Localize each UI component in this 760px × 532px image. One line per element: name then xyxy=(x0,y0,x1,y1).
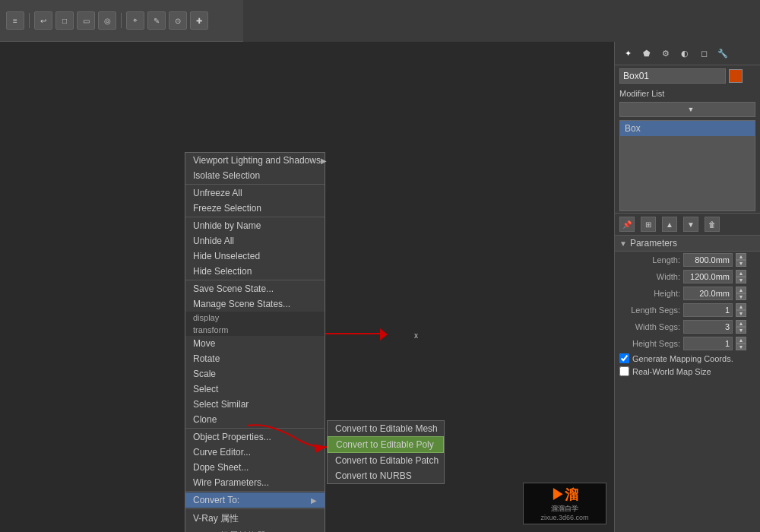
menu-clone[interactable]: Clone xyxy=(185,412,325,427)
pin-icon[interactable]: 📌 xyxy=(619,217,635,232)
object-name-row xyxy=(615,65,760,87)
panel-icon-modify[interactable]: ⬟ xyxy=(638,45,655,62)
modifier-dropdown[interactable]: ▼ xyxy=(619,102,755,117)
height-segs-up[interactable]: ▲ xyxy=(736,337,746,344)
menu-object-properties[interactable]: Object Properties... xyxy=(185,429,325,445)
menu-isolate-selection[interactable]: Isolate Selection xyxy=(185,168,325,183)
undo-icon[interactable]: ↩ xyxy=(34,11,52,30)
menu-dope-sheet[interactable]: Dope Sheet... xyxy=(185,460,325,475)
object-color-swatch[interactable] xyxy=(729,69,743,83)
height-segs-down[interactable]: ▼ xyxy=(736,344,746,350)
menu-move[interactable]: Move xyxy=(185,336,325,351)
arrow-icon: ▶ xyxy=(321,157,327,165)
submenu-nurbs[interactable]: Convert to NURBS xyxy=(328,468,444,483)
params-section: ▼ Parameters Length: ▲ ▼ Width: ▲ ▼ xyxy=(615,235,760,532)
param-row-length: Length: ▲ ▼ xyxy=(615,252,760,268)
length-input[interactable] xyxy=(683,253,733,267)
separator6 xyxy=(185,508,325,509)
section-display: display xyxy=(185,312,325,324)
menu-unfreeze-all[interactable]: Unfreeze All xyxy=(185,185,325,201)
menu-vray-scene-converter[interactable]: V-Ray 场景转换器 xyxy=(185,527,325,532)
panel-icon-utilities[interactable]: 🔧 xyxy=(714,45,731,62)
convert-arrow-icon: ▶ xyxy=(311,496,317,505)
paint-icon[interactable]: ✎ xyxy=(147,11,166,30)
height-segs-input[interactable] xyxy=(683,337,733,350)
real-world-checkbox[interactable] xyxy=(619,366,629,376)
panel-icon-display[interactable]: ◻ xyxy=(695,45,712,62)
length-segs-input[interactable] xyxy=(683,303,733,317)
panel-icon-motion[interactable]: ◐ xyxy=(676,45,693,62)
configure-icon[interactable]: ⊞ xyxy=(641,217,656,232)
height-segs-label: Height Segs: xyxy=(619,339,680,348)
separator4 xyxy=(185,428,325,429)
length-down[interactable]: ▼ xyxy=(736,260,746,267)
menu-vray-properties[interactable]: V-Ray 属性 xyxy=(185,510,325,527)
panel-toolbar: ✦ ⬟ ⚙ ◐ ◻ 🔧 xyxy=(615,42,760,65)
menu-rotate[interactable]: Rotate xyxy=(185,351,325,366)
height-up[interactable]: ▲ xyxy=(736,287,746,293)
move-up-icon[interactable]: ▲ xyxy=(662,217,677,232)
menu-unhide-by-name[interactable]: Unhide by Name xyxy=(185,218,325,233)
menu-viewport-lighting[interactable]: Viewport Lighting and Shadows ▶ xyxy=(185,153,325,168)
menu-save-scene-state[interactable]: Save Scene State... xyxy=(185,281,325,296)
real-world-label: Real-World Map Size xyxy=(632,367,711,376)
height-down[interactable]: ▼ xyxy=(736,293,746,300)
length-spinner: ▲ ▼ xyxy=(736,253,746,267)
param-row-height-segs: Height Segs: ▲ ▼ xyxy=(615,335,760,352)
menu-hide-unselected[interactable]: Hide Unselected xyxy=(185,249,325,264)
separator2 xyxy=(185,217,325,217)
menu-freeze-selection[interactable]: Freeze Selection xyxy=(185,201,325,216)
submenu-editable-patch[interactable]: Convert to Editable Patch xyxy=(328,453,444,468)
height-input[interactable] xyxy=(683,287,733,300)
width-down[interactable]: ▼ xyxy=(736,277,746,283)
collapse-icon[interactable]: ▼ xyxy=(619,239,627,248)
separator xyxy=(185,184,325,185)
menu-unhide-all[interactable]: Unhide All xyxy=(185,233,325,249)
width-segs-down[interactable]: ▼ xyxy=(736,327,746,334)
move-down-icon[interactable]: ▼ xyxy=(683,217,698,232)
menu-select[interactable]: Select xyxy=(185,382,325,397)
param-row-height: Height: ▲ ▼ xyxy=(615,285,760,302)
menu-hide-selection[interactable]: Hide Selection xyxy=(185,264,325,279)
menu-scale[interactable]: Scale xyxy=(185,366,325,382)
params-header: ▼ Parameters xyxy=(615,236,760,252)
region-icon[interactable]: ▭ xyxy=(77,11,95,30)
modifier-item-box[interactable]: Box xyxy=(620,121,755,136)
width-input[interactable] xyxy=(683,270,733,283)
watermark-logo: ▶溜 xyxy=(551,486,578,504)
lasso-icon[interactable]: ⊙ xyxy=(169,11,187,30)
length-segs-down[interactable]: ▼ xyxy=(736,310,746,317)
width-segs-input[interactable] xyxy=(683,320,733,334)
viewport[interactable]: x Viewport Lighting and Shadows ▶ Isolat… xyxy=(0,42,614,532)
length-up[interactable]: ▲ xyxy=(736,253,746,260)
fence-icon[interactable]: ⌖ xyxy=(126,11,144,30)
submenu-convert: Convert to Editable Mesh Convert to Edit… xyxy=(327,420,445,484)
width-up[interactable]: ▲ xyxy=(736,270,746,277)
circle-icon[interactable]: ◎ xyxy=(98,11,116,30)
menu-wire-parameters[interactable]: Wire Parameters... xyxy=(185,475,325,490)
panel-icon-hierarchy[interactable]: ⚙ xyxy=(657,45,674,62)
modifier-list-label: Modifier List xyxy=(615,87,760,100)
param-row-width: Width: ▲ ▼ xyxy=(615,268,760,285)
generate-mapping-checkbox[interactable] xyxy=(619,353,629,363)
submenu-editable-poly[interactable]: Convert to Editable Poly xyxy=(328,436,444,453)
generate-mapping-label: Generate Mapping Coords. xyxy=(632,354,733,363)
rect-select-icon[interactable]: □ xyxy=(55,11,74,30)
width-segs-spinner: ▲ ▼ xyxy=(736,320,746,334)
menu-curve-editor[interactable]: Curve Editor... xyxy=(185,445,325,460)
section-transform: transform xyxy=(185,324,325,336)
object-name-input[interactable] xyxy=(619,68,726,84)
delete-modifier-icon[interactable]: 🗑 xyxy=(705,217,720,232)
separator5 xyxy=(185,491,325,492)
menu-convert-to[interactable]: Convert To: ▶ xyxy=(185,492,325,508)
submenu-editable-mesh[interactable]: Convert to Editable Mesh xyxy=(328,421,444,436)
cross-icon[interactable]: ✚ xyxy=(190,11,208,30)
menu-icon[interactable]: ≡ xyxy=(6,11,24,30)
width-segs-up[interactable]: ▲ xyxy=(736,320,746,327)
checkbox-row-realworld: Real-World Map Size xyxy=(615,365,760,378)
length-segs-up[interactable]: ▲ xyxy=(736,303,746,310)
menu-manage-scene-states[interactable]: Manage Scene States... xyxy=(185,296,325,312)
width-label: Width: xyxy=(619,272,680,281)
menu-select-similar[interactable]: Select Similar xyxy=(185,397,325,412)
panel-icon-create[interactable]: ✦ xyxy=(619,45,636,62)
